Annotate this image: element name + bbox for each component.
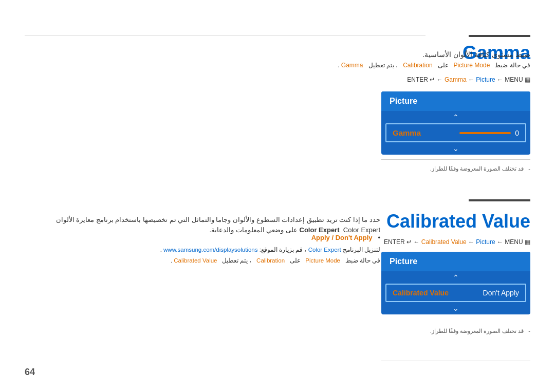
- cal-download-text2: ، قم بزيارة الموقع:: [258, 247, 307, 253]
- cal-arabic-line1: حدد ما إذا كنت تريد تطبيق إعدادات السطوع…: [25, 215, 380, 225]
- sub-calibration: Calibration: [403, 62, 432, 69]
- cal-note-text: قد تختلف الصورة المعروضة وفقًا للطراز.: [430, 328, 524, 334]
- gamma-slider-area: 0: [459, 129, 519, 137]
- gamma-note: - قد تختلف الصورة المعروضة وفقًا للطراز.: [430, 165, 530, 172]
- right-accent-top: [469, 35, 530, 37]
- calibrated-box-row[interactable]: Calibrated Value Don't Apply: [385, 284, 526, 302]
- calibrated-ui-box: Picture ⌃ Calibrated Value Don't Apply ⌄: [381, 252, 530, 314]
- right-accent-mid: [469, 199, 530, 201]
- calibrated-arrow-up[interactable]: ⌃: [381, 271, 530, 284]
- cal-note-suffix: ، يتم تعطيل: [222, 257, 251, 264]
- breadcrumb-picture: Picture: [476, 76, 495, 83]
- cal-note-picture: Picture Mode: [305, 257, 340, 264]
- calibrated-row-label: Calibrated Value: [393, 289, 449, 297]
- calibrated-breadcrumb: ENTER ↵ ← Calibrated Value ← Picture ← M…: [384, 238, 530, 246]
- cal-note-on: على: [290, 257, 301, 264]
- gamma-slider-bar[interactable]: [459, 132, 511, 134]
- breadcrumb-sep2: ← MENU ▦: [497, 76, 530, 83]
- cal-breadcrumb-sep1: ←: [468, 238, 476, 246]
- gamma-row-label: Gamma: [393, 128, 421, 137]
- sub-prefix: في حالة ضبط: [495, 62, 530, 69]
- gamma-ui-box: Picture ⌃ Gamma 0 ⌄: [381, 91, 530, 155]
- cal-bullet-area: • Apply / Don't Apply: [51, 234, 380, 241]
- breadcrumb-enter: ENTER ↵ ←: [407, 76, 445, 83]
- cal-breadcrumb-picture: Picture: [476, 238, 495, 246]
- calibrated-bottom-rule: [381, 361, 530, 361]
- sub-gamma: Gamma: [341, 62, 363, 69]
- sub-on: على: [438, 62, 449, 69]
- sub-picture: Picture Mode: [454, 62, 490, 69]
- bullet-dot: •: [378, 234, 380, 241]
- gamma-arrow-down[interactable]: ⌄: [381, 142, 530, 155]
- breadcrumb-gamma: Gamma: [445, 76, 467, 83]
- sub-dot: .: [338, 62, 339, 69]
- cal-note-dash: -: [528, 328, 530, 334]
- calibrated-box-header: Picture: [381, 252, 530, 271]
- gamma-arrow-up[interactable]: ⌃: [381, 111, 530, 123]
- gamma-arabic-main: ضبط مستوى كثافة الألوان الأساسية.: [25, 50, 530, 59]
- gamma-note-text: قد تختلف الصورة المعروضة وفقًا للطراز.: [430, 165, 524, 172]
- page-number: 64: [25, 367, 35, 378]
- cal-color-expert-link: Color Expert: [308, 247, 341, 253]
- calibrated-title: Calibrated Value: [386, 211, 530, 232]
- gamma-slider-value: 0: [515, 129, 519, 137]
- gamma-note-prefix: -: [528, 165, 530, 172]
- cal-breadcrumb-sep2: ← MENU ▦: [497, 238, 530, 246]
- cal-on-modes: Color Expert على وضعي المعلومات والدعاية…: [209, 226, 380, 234]
- gamma-bottom-rule: [381, 159, 530, 160]
- cal-breadcrumb-enter: ENTER ↵ ←: [384, 238, 421, 246]
- cal-download-dot: .: [160, 247, 162, 253]
- cal-website-link[interactable]: www.samsung.com/displaysolutions: [163, 247, 257, 253]
- breadcrumb-sep1: ←: [468, 76, 476, 83]
- cal-download-text: لتنزيل البرنامج: [341, 247, 380, 253]
- cal-color-expert: Color Expert: [300, 226, 340, 234]
- gamma-box-header: Picture: [381, 91, 530, 111]
- cal-arabic-description: حدد ما إذا كنت تريد تطبيق إعدادات السطوع…: [25, 215, 380, 235]
- apply-dont-apply-label[interactable]: Apply / Don't Apply: [311, 234, 373, 241]
- cal-download-note: لتنزيل البرنامج Color Expert ، قم بزيارة…: [25, 246, 380, 254]
- cal-note-calibration: Calibration: [256, 257, 285, 264]
- cal-calibration-note: في حالة ضبط Picture Mode على Calibration…: [25, 257, 380, 264]
- top-rule: [25, 35, 425, 35]
- cal-note-value: Calibrated Value: [174, 257, 217, 264]
- calibrated-note: - قد تختلف الصورة المعروضة وفقًا للطراز.: [430, 328, 530, 334]
- cal-breadcrumb-value: Calibrated Value: [421, 238, 467, 246]
- calibrated-row-value: Don't Apply: [483, 289, 519, 297]
- calibrated-arrow-down[interactable]: ⌄: [381, 302, 530, 314]
- cal-note-prefix: في حالة ضبط: [345, 257, 380, 264]
- sub-suffix: ، يتم تعطيل: [368, 62, 398, 69]
- cal-note-dot: .: [171, 257, 172, 264]
- gamma-box-row[interactable]: Gamma 0: [385, 123, 526, 142]
- gamma-arabic-sub: في حالة ضبط Picture Mode على Calibration…: [25, 62, 530, 69]
- gamma-breadcrumb: ENTER ↵ ← Gamma ← Picture ← MENU ▦: [407, 76, 530, 83]
